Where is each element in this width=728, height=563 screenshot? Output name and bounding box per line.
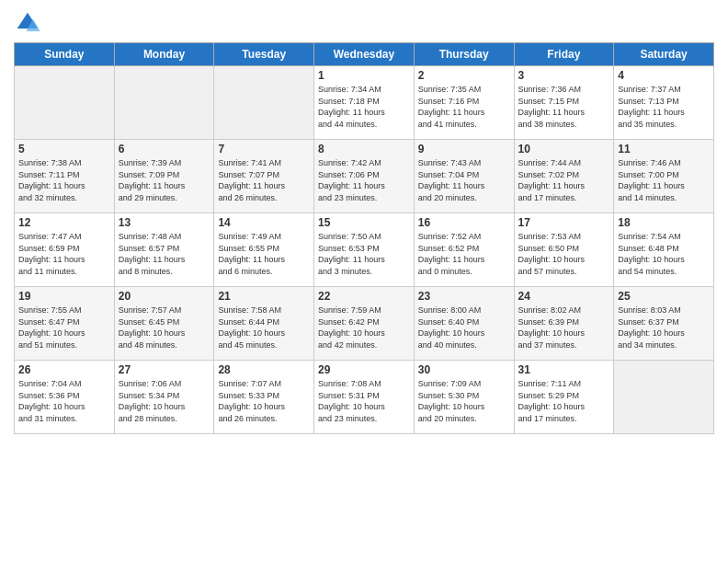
weekday-header-wednesday: Wednesday	[314, 43, 415, 66]
calendar-cell: 9Sunrise: 7:43 AM Sunset: 7:04 PM Daylig…	[414, 140, 514, 213]
calendar-table: SundayMondayTuesdayWednesdayThursdayFrid…	[14, 42, 714, 434]
calendar-week-1: 1Sunrise: 7:34 AM Sunset: 7:18 PM Daylig…	[15, 66, 714, 140]
calendar-cell	[614, 361, 714, 434]
calendar-cell	[114, 66, 214, 140]
weekday-header-saturday: Saturday	[614, 43, 714, 66]
day-number: 25	[618, 290, 710, 303]
day-info: Sunrise: 7:57 AM Sunset: 6:45 PM Dayligh…	[119, 304, 210, 350]
day-number: 26	[18, 363, 110, 376]
day-number: 23	[418, 290, 510, 303]
day-number: 7	[218, 143, 310, 155]
calendar-cell: 28Sunrise: 7:07 AM Sunset: 5:33 PM Dayli…	[214, 361, 314, 434]
day-number: 19	[18, 290, 110, 303]
calendar-cell: 10Sunrise: 7:44 AM Sunset: 7:02 PM Dayli…	[514, 140, 614, 213]
calendar-cell	[15, 66, 115, 140]
day-info: Sunrise: 7:07 AM Sunset: 5:33 PM Dayligh…	[218, 378, 310, 424]
day-info: Sunrise: 7:49 AM Sunset: 6:55 PM Dayligh…	[218, 231, 310, 277]
weekday-header-row: SundayMondayTuesdayWednesdayThursdayFrid…	[15, 43, 714, 66]
calendar-cell: 30Sunrise: 7:09 AM Sunset: 5:30 PM Dayli…	[414, 361, 514, 434]
day-number: 20	[119, 290, 210, 303]
day-number: 31	[518, 363, 610, 376]
day-info: Sunrise: 7:48 AM Sunset: 6:57 PM Dayligh…	[119, 231, 210, 277]
day-info: Sunrise: 7:35 AM Sunset: 7:16 PM Dayligh…	[418, 84, 510, 130]
day-number: 16	[418, 216, 510, 229]
day-number: 29	[318, 363, 410, 376]
day-info: Sunrise: 7:06 AM Sunset: 5:34 PM Dayligh…	[119, 378, 210, 424]
calendar-cell: 2Sunrise: 7:35 AM Sunset: 7:16 PM Daylig…	[414, 66, 514, 140]
day-info: Sunrise: 7:37 AM Sunset: 7:13 PM Dayligh…	[618, 84, 710, 130]
calendar-week-3: 12Sunrise: 7:47 AM Sunset: 6:59 PM Dayli…	[15, 213, 714, 287]
day-info: Sunrise: 7:59 AM Sunset: 6:42 PM Dayligh…	[318, 304, 410, 350]
day-number: 1	[318, 69, 410, 82]
day-info: Sunrise: 7:08 AM Sunset: 5:31 PM Dayligh…	[318, 378, 410, 424]
weekday-header-monday: Monday	[114, 43, 214, 66]
calendar-week-4: 19Sunrise: 7:55 AM Sunset: 6:47 PM Dayli…	[15, 287, 714, 361]
day-number: 8	[318, 143, 410, 155]
calendar-cell: 25Sunrise: 8:03 AM Sunset: 6:37 PM Dayli…	[614, 287, 714, 361]
calendar-cell: 16Sunrise: 7:52 AM Sunset: 6:52 PM Dayli…	[414, 213, 514, 287]
day-info: Sunrise: 7:04 AM Sunset: 5:36 PM Dayligh…	[18, 378, 110, 424]
calendar-cell: 6Sunrise: 7:39 AM Sunset: 7:09 PM Daylig…	[114, 140, 214, 213]
calendar-cell: 23Sunrise: 8:00 AM Sunset: 6:40 PM Dayli…	[414, 287, 514, 361]
calendar-cell: 24Sunrise: 8:02 AM Sunset: 6:39 PM Dayli…	[514, 287, 614, 361]
day-info: Sunrise: 7:41 AM Sunset: 7:07 PM Dayligh…	[218, 157, 310, 203]
calendar-cell: 12Sunrise: 7:47 AM Sunset: 6:59 PM Dayli…	[15, 213, 115, 287]
day-info: Sunrise: 7:55 AM Sunset: 6:47 PM Dayligh…	[18, 304, 110, 350]
day-number: 6	[119, 143, 210, 155]
day-info: Sunrise: 7:39 AM Sunset: 7:09 PM Dayligh…	[119, 157, 210, 203]
day-number: 27	[119, 363, 210, 376]
day-number: 30	[418, 363, 510, 376]
day-info: Sunrise: 7:44 AM Sunset: 7:02 PM Dayligh…	[518, 157, 610, 203]
day-number: 17	[518, 216, 610, 229]
weekday-header-sunday: Sunday	[15, 43, 115, 66]
day-info: Sunrise: 7:58 AM Sunset: 6:44 PM Dayligh…	[218, 304, 310, 350]
calendar-cell: 5Sunrise: 7:38 AM Sunset: 7:11 PM Daylig…	[15, 140, 115, 213]
calendar-cell: 22Sunrise: 7:59 AM Sunset: 6:42 PM Dayli…	[314, 287, 415, 361]
weekday-header-tuesday: Tuesday	[214, 43, 314, 66]
day-info: Sunrise: 7:42 AM Sunset: 7:06 PM Dayligh…	[318, 157, 410, 203]
day-number: 18	[618, 216, 710, 229]
calendar-cell: 7Sunrise: 7:41 AM Sunset: 7:07 PM Daylig…	[214, 140, 314, 213]
calendar-cell: 26Sunrise: 7:04 AM Sunset: 5:36 PM Dayli…	[15, 361, 115, 434]
calendar-week-5: 26Sunrise: 7:04 AM Sunset: 5:36 PM Dayli…	[15, 361, 714, 434]
day-info: Sunrise: 7:54 AM Sunset: 6:48 PM Dayligh…	[618, 231, 710, 277]
day-info: Sunrise: 7:53 AM Sunset: 6:50 PM Dayligh…	[518, 231, 610, 277]
day-info: Sunrise: 7:47 AM Sunset: 6:59 PM Dayligh…	[18, 231, 110, 277]
day-info: Sunrise: 8:02 AM Sunset: 6:39 PM Dayligh…	[518, 304, 610, 350]
calendar-cell: 29Sunrise: 7:08 AM Sunset: 5:31 PM Dayli…	[314, 361, 415, 434]
calendar-cell: 27Sunrise: 7:06 AM Sunset: 5:34 PM Dayli…	[114, 361, 214, 434]
weekday-header-friday: Friday	[514, 43, 614, 66]
calendar-cell: 19Sunrise: 7:55 AM Sunset: 6:47 PM Dayli…	[15, 287, 115, 361]
logo	[14, 9, 45, 37]
day-number: 2	[418, 69, 510, 82]
calendar-cell: 11Sunrise: 7:46 AM Sunset: 7:00 PM Dayli…	[614, 140, 714, 213]
day-number: 22	[318, 290, 410, 303]
day-number: 11	[618, 143, 710, 155]
calendar-cell: 17Sunrise: 7:53 AM Sunset: 6:50 PM Dayli…	[514, 213, 614, 287]
calendar-cell: 8Sunrise: 7:42 AM Sunset: 7:06 PM Daylig…	[314, 140, 415, 213]
calendar-cell: 1Sunrise: 7:34 AM Sunset: 7:18 PM Daylig…	[314, 66, 415, 140]
day-info: Sunrise: 7:09 AM Sunset: 5:30 PM Dayligh…	[418, 378, 510, 424]
weekday-header-thursday: Thursday	[414, 43, 514, 66]
calendar-cell: 3Sunrise: 7:36 AM Sunset: 7:15 PM Daylig…	[514, 66, 614, 140]
day-info: Sunrise: 7:52 AM Sunset: 6:52 PM Dayligh…	[418, 231, 510, 277]
day-number: 28	[218, 363, 310, 376]
day-info: Sunrise: 7:34 AM Sunset: 7:18 PM Dayligh…	[318, 84, 410, 130]
calendar-cell: 15Sunrise: 7:50 AM Sunset: 6:53 PM Dayli…	[314, 213, 415, 287]
day-number: 13	[119, 216, 210, 229]
calendar-week-2: 5Sunrise: 7:38 AM Sunset: 7:11 PM Daylig…	[15, 140, 714, 213]
day-info: Sunrise: 7:46 AM Sunset: 7:00 PM Dayligh…	[618, 157, 710, 203]
day-info: Sunrise: 7:36 AM Sunset: 7:15 PM Dayligh…	[518, 84, 610, 130]
day-number: 15	[318, 216, 410, 229]
day-info: Sunrise: 7:11 AM Sunset: 5:29 PM Dayligh…	[518, 378, 610, 424]
calendar-cell: 21Sunrise: 7:58 AM Sunset: 6:44 PM Dayli…	[214, 287, 314, 361]
header	[14, 9, 714, 37]
day-number: 10	[518, 143, 610, 155]
calendar-cell	[214, 66, 314, 140]
day-info: Sunrise: 7:50 AM Sunset: 6:53 PM Dayligh…	[318, 231, 410, 277]
day-number: 12	[18, 216, 110, 229]
day-number: 5	[18, 143, 110, 155]
day-number: 3	[518, 69, 610, 82]
day-info: Sunrise: 7:43 AM Sunset: 7:04 PM Dayligh…	[418, 157, 510, 203]
day-info: Sunrise: 7:38 AM Sunset: 7:11 PM Dayligh…	[18, 157, 110, 203]
